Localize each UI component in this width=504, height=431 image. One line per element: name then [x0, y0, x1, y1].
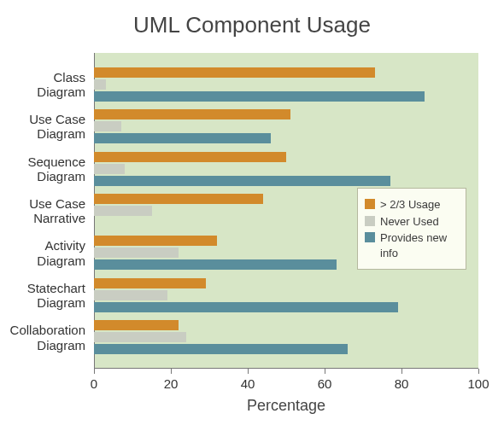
bar--2-3-usage: [94, 109, 290, 119]
legend-label: Never Used: [380, 214, 439, 230]
x-tick: [94, 369, 95, 374]
bar-provides-new-info: [94, 133, 271, 143]
bar-never-used: [94, 206, 152, 216]
swatch-icon: [365, 199, 375, 209]
category-label: ActivityDiagram: [0, 238, 85, 268]
x-axis: [94, 368, 478, 369]
bar-never-used: [94, 79, 106, 90]
x-tick: [325, 369, 325, 374]
x-tick-label: 80: [395, 376, 409, 391]
plot-area: Percentage > 2/3 Usage Never Used Provid…: [94, 53, 478, 369]
legend-item-never: Never Used: [365, 214, 459, 230]
bar--2-3-usage: [94, 152, 286, 162]
category-label: Use CaseDiagram: [0, 112, 85, 142]
category-label: Use CaseNarrative: [0, 196, 85, 226]
bar-never-used: [94, 164, 125, 174]
category-label: StatechartDiagram: [0, 281, 85, 311]
bar-provides-new-info: [94, 259, 337, 270]
bar-provides-new-info: [94, 302, 398, 312]
bar--2-3-usage: [94, 236, 217, 246]
legend-label: > 2/3 Usage: [380, 197, 440, 213]
x-tick-label: 40: [241, 376, 255, 391]
chart-container: UML Component Usage Percentage > 2/3 Usa…: [0, 0, 504, 431]
x-tick-label: 60: [318, 376, 332, 391]
x-tick: [401, 369, 402, 374]
swatch-icon: [365, 232, 375, 242]
bar-provides-new-info: [94, 176, 390, 186]
bar--2-3-usage: [94, 320, 179, 330]
bar--2-3-usage: [94, 67, 375, 78]
legend-item-info: Provides new info: [365, 230, 459, 260]
bar-never-used: [94, 121, 121, 131]
legend: > 2/3 Usage Never Used Provides new info: [357, 188, 466, 270]
category-label: CollaborationDiagram: [0, 323, 85, 352]
swatch-icon: [365, 216, 375, 226]
x-tick: [248, 369, 249, 374]
x-tick: [478, 369, 479, 374]
x-tick-label: 100: [467, 376, 489, 391]
bar-never-used: [94, 332, 186, 342]
x-tick: [171, 369, 172, 374]
bar--2-3-usage: [94, 278, 206, 288]
category-label: ClassDiagram: [0, 70, 85, 100]
legend-item-usage: > 2/3 Usage: [365, 197, 459, 213]
chart-title: UML Component Usage: [0, 12, 504, 38]
x-tick-label: 0: [91, 376, 97, 391]
bar-provides-new-info: [94, 91, 425, 102]
x-tick-label: 20: [164, 376, 179, 391]
category-label: SequenceDiagram: [0, 154, 85, 184]
legend-label: Provides new info: [380, 230, 459, 260]
bar-never-used: [94, 248, 179, 258]
bar-never-used: [94, 290, 167, 300]
bar--2-3-usage: [94, 194, 263, 204]
bar-provides-new-info: [94, 344, 348, 354]
x-axis-label: Percentage: [94, 397, 478, 415]
